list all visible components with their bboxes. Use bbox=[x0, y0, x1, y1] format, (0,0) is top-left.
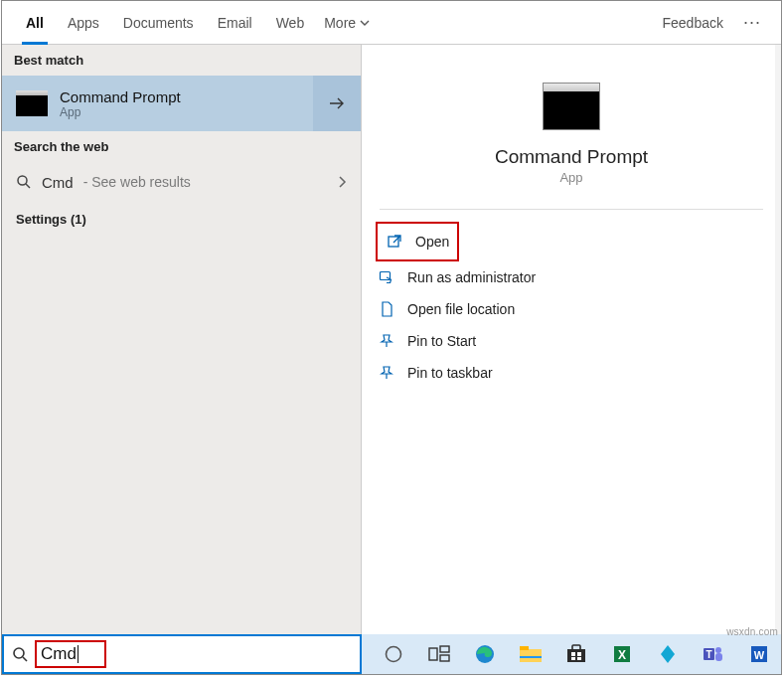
pin-start-icon bbox=[378, 333, 395, 349]
command-prompt-icon bbox=[543, 83, 600, 130]
expand-arrow-button[interactable] bbox=[313, 76, 361, 131]
svg-rect-16 bbox=[571, 652, 575, 656]
svg-point-4 bbox=[14, 648, 24, 658]
task-view-icon[interactable] bbox=[427, 642, 451, 666]
action-run-as-admin[interactable]: Run as administrator bbox=[372, 261, 771, 293]
bottom-bar: Cmd X T W bbox=[2, 634, 781, 674]
teams-icon[interactable]: T bbox=[702, 642, 725, 666]
svg-rect-17 bbox=[577, 652, 581, 656]
action-open-file-location[interactable]: Open file location bbox=[372, 293, 771, 325]
svg-text:W: W bbox=[754, 649, 765, 661]
best-match-header: Best match bbox=[2, 45, 361, 76]
file-explorer-icon[interactable] bbox=[519, 642, 543, 666]
watermark: wsxdn.com bbox=[726, 626, 778, 637]
preview-actions: Open Run as administrator Open file loca… bbox=[362, 222, 781, 389]
action-pin-to-start[interactable]: Pin to Start bbox=[372, 325, 771, 357]
svg-rect-8 bbox=[440, 646, 449, 652]
svg-text:X: X bbox=[618, 648, 626, 662]
scrollbar[interactable] bbox=[775, 45, 781, 634]
svg-point-24 bbox=[715, 647, 721, 653]
svg-line-1 bbox=[26, 184, 30, 188]
text-caret bbox=[78, 645, 78, 663]
excel-icon[interactable]: X bbox=[610, 642, 634, 666]
search-input[interactable]: Cmd bbox=[41, 644, 77, 664]
search-icon bbox=[12, 646, 29, 663]
search-tabs: All Apps Documents Email Web More Feedba… bbox=[2, 1, 781, 45]
action-open[interactable]: Open bbox=[380, 226, 455, 257]
word-icon[interactable]: W bbox=[747, 642, 771, 666]
best-match-item[interactable]: Command Prompt App bbox=[2, 76, 361, 131]
preview-subtitle: App bbox=[559, 170, 582, 185]
tab-more[interactable]: More bbox=[316, 15, 378, 31]
svg-rect-2 bbox=[389, 237, 398, 247]
file-loc-icon bbox=[378, 301, 395, 317]
svg-rect-12 bbox=[520, 646, 529, 650]
svg-rect-19 bbox=[577, 657, 581, 660]
chevron-right-icon bbox=[338, 175, 347, 189]
edge-icon[interactable] bbox=[473, 642, 497, 666]
tab-web[interactable]: Web bbox=[264, 1, 317, 45]
store-icon[interactable] bbox=[564, 642, 588, 666]
svg-rect-9 bbox=[440, 655, 449, 661]
search-web-header: Search the web bbox=[2, 131, 361, 162]
tab-email[interactable]: Email bbox=[206, 1, 264, 45]
web-result-item[interactable]: Cmd - See web results bbox=[2, 162, 361, 202]
more-options-button[interactable]: ··· bbox=[735, 12, 769, 33]
feedback-link[interactable]: Feedback bbox=[651, 1, 735, 45]
preview-panel: Command Prompt App Open bbox=[362, 45, 781, 634]
svg-point-6 bbox=[387, 647, 401, 662]
action-pin-to-taskbar[interactable]: Pin to taskbar bbox=[372, 357, 771, 389]
pin-taskbar-icon bbox=[378, 365, 395, 381]
search-box-container[interactable]: Cmd bbox=[2, 634, 362, 674]
svg-point-0 bbox=[18, 176, 27, 185]
preview-title: Command Prompt bbox=[495, 146, 648, 168]
search-window: All Apps Documents Email Web More Feedba… bbox=[1, 0, 782, 675]
svg-rect-18 bbox=[571, 657, 575, 660]
tab-documents[interactable]: Documents bbox=[111, 1, 206, 45]
settings-header[interactable]: Settings (1) bbox=[2, 202, 361, 237]
web-result-sub: - See web results bbox=[83, 174, 191, 190]
results-panel: Best match Command Prompt App Search the… bbox=[2, 45, 362, 634]
web-result-label: Cmd bbox=[42, 174, 74, 191]
svg-rect-11 bbox=[520, 649, 542, 662]
open-icon bbox=[386, 234, 403, 250]
svg-rect-14 bbox=[567, 649, 585, 662]
kodi-icon[interactable] bbox=[656, 642, 680, 666]
tab-apps[interactable]: Apps bbox=[56, 1, 111, 45]
chevron-down-icon bbox=[360, 20, 370, 26]
best-match-subtitle: App bbox=[60, 105, 181, 119]
cortana-icon[interactable] bbox=[382, 642, 405, 666]
best-match-title: Command Prompt bbox=[60, 88, 181, 105]
divider bbox=[380, 209, 763, 210]
tab-all[interactable]: All bbox=[14, 1, 56, 45]
svg-rect-13 bbox=[520, 656, 542, 658]
svg-text:T: T bbox=[706, 649, 711, 660]
svg-rect-7 bbox=[429, 648, 437, 660]
command-prompt-icon bbox=[16, 90, 48, 116]
svg-rect-25 bbox=[715, 653, 722, 661]
svg-rect-15 bbox=[572, 645, 580, 650]
search-icon bbox=[16, 174, 32, 190]
admin-icon bbox=[378, 269, 395, 285]
svg-line-5 bbox=[23, 657, 27, 661]
taskbar: X T W bbox=[362, 634, 781, 674]
